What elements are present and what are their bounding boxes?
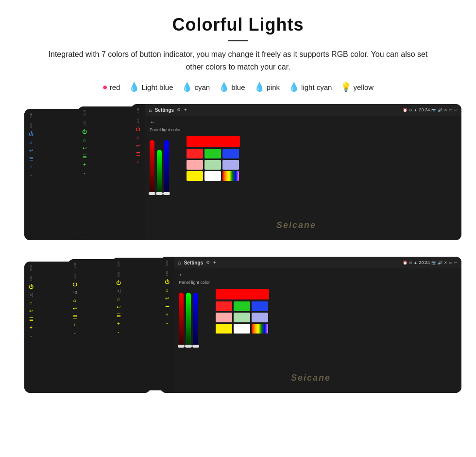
color-item-blue: 💧 blue: [219, 82, 245, 92]
b3-led-power-icon: ⏻: [116, 280, 121, 285]
b-red-slider-handle[interactable]: [178, 345, 185, 348]
b2-led-plus-icon: +: [73, 322, 76, 328]
b-swatch-red[interactable]: [216, 301, 232, 311]
red-slider[interactable]: [150, 140, 154, 193]
home-icon: ⌂: [149, 107, 152, 113]
swatch-lavender[interactable]: [222, 160, 239, 170]
b2-led-power-icon: ⏻: [72, 281, 77, 287]
location-icon: ⊙: [409, 108, 412, 112]
swatch-pink[interactable]: [187, 160, 203, 170]
topbar-title: Settings: [155, 107, 174, 113]
bottom-side-strip-2: MIC RST ⏻ ◁ ⌂ ↩ ☰ + -: [68, 259, 82, 390]
blue-slider[interactable]: [164, 140, 169, 193]
header-section: Colorful Lights Integrated with 7 colors…: [19, 15, 457, 73]
swatch-red[interactable]: [187, 149, 203, 158]
b-minimize-icon: ▭: [449, 261, 453, 265]
swatch-lightgreen[interactable]: [204, 160, 221, 170]
swatch-row-2: [187, 160, 240, 170]
volume-icon: 🔊: [438, 108, 442, 112]
swatch-blue[interactable]: [222, 149, 239, 158]
b-swatch-row-3: [216, 324, 269, 334]
b-swatch-blue[interactable]: [252, 301, 268, 311]
led-back-icon: ↩: [29, 148, 33, 153]
red-slider-handle[interactable]: [149, 192, 155, 195]
title-divider: [228, 40, 248, 41]
alarm-icon: ⏰: [403, 108, 408, 112]
b-green-slider-handle[interactable]: [185, 345, 192, 348]
blue-bulb-icon: 💧: [219, 82, 229, 92]
red-label: red: [110, 83, 120, 91]
color-item-cyan: 💧 cyan: [182, 82, 210, 92]
b-swatch-yellow[interactable]: [216, 324, 232, 334]
android-topbar: ⌂ Settings ⚙ ✦ ⏰ ⊙ ▲ 20:24 📷: [145, 104, 461, 116]
swatch-yellow[interactable]: [187, 171, 203, 181]
color-item-lightblue: 💧 Light blue: [129, 82, 173, 92]
back-arrow[interactable]: ←: [150, 119, 457, 125]
bottom-side-strip-3: MIC RST ⏻ ◁ ⌂ ↩ ☰ + -: [112, 258, 125, 389]
b4-led-minus-icon: -: [166, 320, 168, 326]
red-bulb-icon: ●: [102, 82, 108, 92]
side-strip-1: MIC RST ⏻ ⌂ ↩ ☰ + -: [24, 109, 38, 240]
side-strip-main: MIC RST ⏻ ⌂ ↩ ☰ + -: [131, 104, 145, 240]
b-topbar-time: 20:24: [419, 260, 430, 265]
color-item-pink: 💧 pink: [254, 82, 280, 92]
green-slider[interactable]: [157, 150, 162, 193]
subtitle-text: Integrated with 7 colors of button indic…: [39, 48, 437, 73]
led-home2-icon: ⌂: [83, 137, 86, 142]
b4-led-plus-icon: +: [166, 312, 169, 317]
b-led-home-icon: ⌂: [30, 300, 33, 305]
b-swatch-lightgreen[interactable]: [234, 313, 250, 322]
b-red-slider[interactable]: [179, 293, 184, 346]
b-led-back-icon: ↩: [29, 308, 33, 314]
swatch-white[interactable]: [204, 171, 221, 181]
b-swatch-rainbow[interactable]: [252, 324, 268, 334]
b-signal-icon: ▲: [414, 261, 418, 265]
b-back-arrow[interactable]: ←: [179, 271, 457, 278]
topbar-time: 20:24: [419, 107, 430, 112]
topbar-icons: ⏰ ⊙ ▲ 20:24 📷 🔊 ✕ ▭ ↩: [403, 107, 458, 112]
led-power2-icon: ⏻: [82, 129, 87, 134]
swatch-rainbow[interactable]: [222, 171, 239, 181]
led-home3-icon: ⌂: [136, 135, 139, 140]
swatch-green[interactable]: [204, 149, 221, 158]
b3-led-home-icon: ⌂: [117, 296, 120, 301]
b4-led-home-icon: ⌂: [166, 287, 169, 293]
lightblue-label: Light blue: [141, 83, 173, 91]
b-swatch-pink[interactable]: [216, 313, 232, 322]
b-swatch-green[interactable]: [234, 301, 250, 311]
b-panel-content: Panel light color: [179, 280, 457, 390]
color-item-red: ● red: [102, 82, 120, 92]
side-strip-2: MIC RST ⏻ ⌂ ↩ ☰ + -: [78, 106, 91, 238]
b-swatch-lavender[interactable]: [252, 313, 268, 322]
signal-icon: ▲: [414, 108, 418, 112]
pink-bulb-icon: 💧: [254, 82, 265, 92]
green-slider-handle[interactable]: [156, 192, 163, 195]
close-icon: ✕: [444, 108, 447, 112]
led-menu3-icon: ☰: [136, 151, 140, 157]
cyan-label: cyan: [194, 83, 210, 91]
b-led-plus-icon: +: [30, 325, 33, 330]
blue-slider-handle[interactable]: [163, 192, 170, 195]
led-back2-icon: ↩: [83, 145, 86, 151]
b-location-icon: ⊙: [409, 261, 412, 265]
b4-led-power-icon: ⏻: [165, 279, 170, 284]
b-led-menu-icon: ☰: [29, 316, 34, 322]
led-minus3-icon: -: [137, 168, 138, 173]
b-active-color-bar[interactable]: [216, 289, 269, 299]
topbar-icons-b: ⏰ ⊙ ▲ 20:24 📷 🔊 ✕ ▭ ↩: [403, 260, 458, 265]
b-blue-slider-handle[interactable]: [192, 345, 199, 348]
yellow-label: yellow: [353, 83, 374, 91]
b-alarm-icon: ⏰: [403, 261, 408, 265]
active-color-bar[interactable]: [187, 136, 240, 147]
b-sliders-group: [179, 288, 210, 346]
b-green-slider[interactable]: [186, 293, 191, 346]
b-screen-content: ← Panel light color: [174, 268, 461, 393]
color-item-yellow: 💡 yellow: [340, 82, 374, 92]
b-blue-slider[interactable]: [193, 293, 198, 346]
top-device-row: MIC RST ⏻ ⌂ ↩ ☰ + - MIC: [24, 104, 452, 245]
b-swatch-white[interactable]: [234, 324, 250, 334]
b-wifi-icon: ✦: [213, 260, 217, 265]
b2-led-minus-icon: -: [74, 331, 75, 336]
b-swatch-row-1: [216, 301, 269, 311]
b-led-minus-icon: -: [30, 333, 32, 338]
